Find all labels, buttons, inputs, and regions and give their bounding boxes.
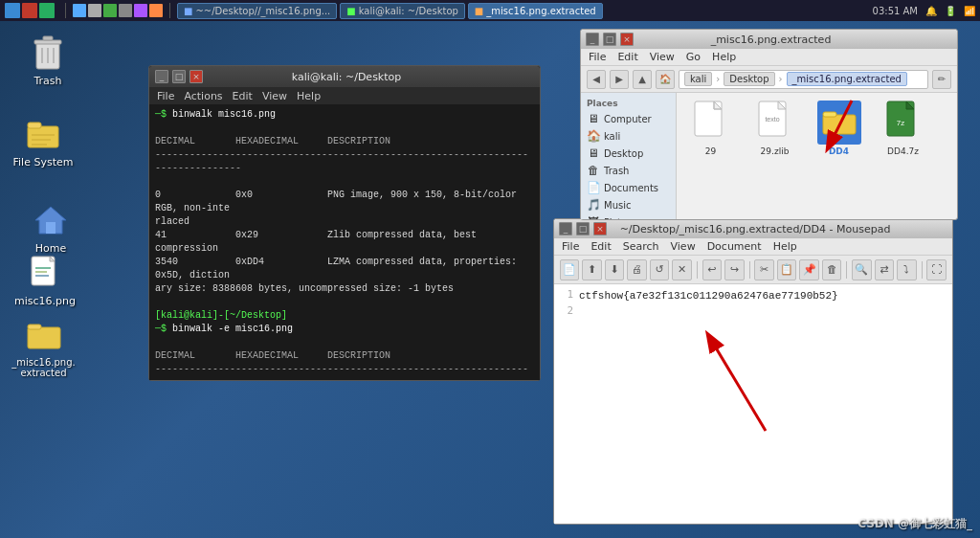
battery-icon: 🔋 <box>945 6 956 16</box>
fm-crumb-kali[interactable]: kali <box>684 72 712 86</box>
mp-minimize-btn[interactable]: _ <box>559 222 572 235</box>
taskbar: ■ ~~/Desktop//_misc16.png... ■ kali@kali… <box>0 0 980 21</box>
fm-sidebar-documents[interactable]: 📄 Documents <box>581 179 676 196</box>
fm-body: Places 🖥 Computer 🏠 kali 🖥 Desktop 🗑 Tra… <box>581 93 957 219</box>
desktop-icon-trash[interactable]: Trash <box>14 34 81 87</box>
extracted-icon <box>25 316 63 354</box>
fm-crumb-extracted[interactable]: _misc16.png.extracted <box>787 72 907 86</box>
mp-sep-3 <box>846 261 847 279</box>
mp-copy-btn[interactable]: 📋 <box>777 259 796 280</box>
fm-menu-file[interactable]: File <box>589 51 606 63</box>
fm-forward-btn[interactable]: ▶ <box>610 70 629 89</box>
desktop-icon-extracted[interactable]: _misc16.png.extracted <box>8 316 79 378</box>
taskbar-app-filemanager[interactable]: ■ _misc16.png.extracted <box>468 3 603 19</box>
terminal-minimize-btn[interactable]: _ <box>155 70 168 83</box>
terminal-output: ─$ binwalk misc16.png DECIMAL HEXADECIMA… <box>155 108 534 380</box>
fm-file-dd47z[interactable]: 7z DD4.7z <box>877 101 929 156</box>
fm-title: _misc16.png.extracted <box>634 34 908 46</box>
mp-undo-btn[interactable]: ↩ <box>702 259 722 280</box>
pictures-icon: 🖼 <box>587 215 600 219</box>
fm-sidebar-desktop[interactable]: 🖥 Desktop <box>581 145 676 162</box>
fm-file-dd4[interactable]: DD4 <box>813 101 865 156</box>
mp-cut-btn[interactable]: ✂ <box>754 259 773 280</box>
mp-replace-btn[interactable]: ⇄ <box>875 259 894 280</box>
home-icon <box>32 201 70 239</box>
desktop-icon-filesystem[interactable]: File System <box>10 115 77 168</box>
taskbar-app-terminal[interactable]: ■ kali@kali: ~/Desktop <box>340 3 465 19</box>
fm-menu-help[interactable]: Help <box>712 51 736 63</box>
fm-sidebar-music[interactable]: 🎵 Music <box>581 196 676 213</box>
mp-window-controls: _ □ × <box>559 222 607 235</box>
fm-file-29zlib[interactable]: texto 29.zlib <box>748 101 801 156</box>
mp-menu-document[interactable]: Document <box>707 240 762 253</box>
fm-crumb-desktop[interactable]: Desktop <box>724 72 774 86</box>
mp-redo-btn[interactable]: ↪ <box>724 259 744 280</box>
terminal-content[interactable]: ─$ binwalk misc16.png DECIMAL HEXADECIMA… <box>149 104 540 380</box>
terminal-menu-view[interactable]: View <box>262 90 287 102</box>
mp-line-2: 2 <box>562 304 945 321</box>
mp-menubar: File Edit Search View Document Help <box>554 238 952 256</box>
mp-menu-edit[interactable]: Edit <box>590 240 611 253</box>
svg-rect-15 <box>35 267 51 269</box>
terminal-menu-edit[interactable]: Edit <box>233 90 253 102</box>
svg-text:7z: 7z <box>896 119 903 127</box>
fm-menubar: File Edit View Go Help <box>581 49 957 66</box>
mp-menu-view[interactable]: View <box>671 240 696 253</box>
fm-minimize-btn[interactable]: _ <box>586 33 599 46</box>
terminal-menu-help[interactable]: Help <box>297 90 321 102</box>
fm-toolbar: ◀ ▶ ▲ 🏠 kali › Desktop › _misc16.png.ext… <box>581 66 957 93</box>
fm-menu-go[interactable]: Go <box>686 51 701 63</box>
terminal-title: kali@kali: ~/Desktop <box>203 71 490 83</box>
watermark: CSDN @御七彩虹猫_ <box>858 516 972 532</box>
mp-line-1: 1 ctfshow{a7e32f131c011290a62476ae77190b… <box>562 288 945 304</box>
mp-delete-btn[interactable]: 🗑 <box>822 259 841 280</box>
mp-refresh-btn[interactable]: ↺ <box>650 259 669 280</box>
mp-menu-search[interactable]: Search <box>623 240 659 253</box>
mp-new-btn[interactable]: 📄 <box>560 259 579 280</box>
mp-maximize-btn[interactable]: □ <box>576 222 590 235</box>
mp-sep-1 <box>697 261 698 279</box>
mp-save-btn[interactable]: ⬇ <box>605 259 624 280</box>
mp-title: ~/Desktop/_misc16.png.extracted/DD4 - Mo… <box>607 223 903 235</box>
mp-linenum-2: 2 <box>562 304 579 321</box>
desktop-icon-misc16[interactable]: misc16.png <box>11 254 78 307</box>
fm-sidebar-pictures[interactable]: 🖼 Pictures <box>581 213 676 219</box>
fm-up-btn[interactable]: ▲ <box>633 70 652 89</box>
svg-rect-18 <box>28 327 60 348</box>
terminal-menu-actions[interactable]: Actions <box>184 90 222 102</box>
fm-back-btn[interactable]: ◀ <box>587 70 606 89</box>
fm-sidebar-kali[interactable]: 🏠 kali <box>581 127 676 145</box>
mp-jump-btn[interactable]: ⤵ <box>897 259 916 280</box>
svg-rect-12 <box>46 222 56 234</box>
mp-print-btn[interactable]: 🖨 <box>627 259 646 280</box>
desktop-icon-home[interactable]: Home <box>17 201 84 255</box>
mp-close-btn[interactable]: × <box>593 222 607 235</box>
mp-open-btn[interactable]: ⬆ <box>582 259 601 280</box>
fm-maximize-btn[interactable]: □ <box>603 33 616 46</box>
mp-paste-btn[interactable]: 📌 <box>799 259 818 280</box>
fm-close-btn[interactable]: × <box>620 33 634 46</box>
mp-find-btn[interactable]: 🔍 <box>852 259 871 280</box>
fm-menu-edit[interactable]: Edit <box>617 51 637 63</box>
terminal-close-btn[interactable]: × <box>189 70 203 83</box>
svg-rect-8 <box>32 134 55 136</box>
mp-text-2 <box>579 304 945 321</box>
fm-edit-location-btn[interactable]: ✏ <box>932 70 951 89</box>
fm-menu-view[interactable]: View <box>650 51 675 63</box>
mp-content[interactable]: 1 ctfshow{a7e32f131c011290a62476ae77190b… <box>554 284 952 524</box>
fm-sidebar-section-places: Places <box>581 97 676 110</box>
fm-sidebar-trash[interactable]: 🗑 Trash <box>581 162 676 179</box>
fm-home-btn[interactable]: 🏠 <box>656 70 675 89</box>
fm-sidebar-computer[interactable]: 🖥 Computer <box>581 110 676 127</box>
mp-close-x-btn[interactable]: ✕ <box>672 259 691 280</box>
music-icon: 🎵 <box>587 198 600 212</box>
svg-rect-19 <box>28 325 41 329</box>
terminal-maximize-btn[interactable]: □ <box>172 70 186 83</box>
taskbar-app-desktop[interactable]: ■ ~~/Desktop//_misc16.png... <box>177 3 337 19</box>
fm-file-29[interactable]: 29 <box>684 101 737 156</box>
mp-fullscreen-btn[interactable]: ⛶ <box>926 259 946 280</box>
filesystem-icon <box>24 115 62 153</box>
mp-menu-help[interactable]: Help <box>773 240 797 253</box>
mp-menu-file[interactable]: File <box>562 240 579 253</box>
terminal-menu-file[interactable]: File <box>157 90 174 102</box>
